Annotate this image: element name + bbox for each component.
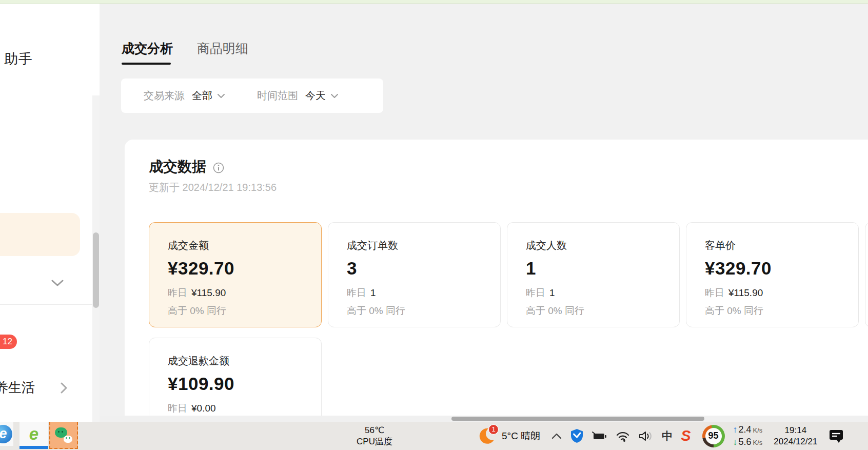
stat-peer-compare: 高于 0% 同行 xyxy=(705,304,840,318)
filter-trade-source[interactable]: 交易来源 全部 xyxy=(144,89,225,103)
sidebar-selected-item[interactable] xyxy=(0,213,80,256)
filter-value: 今天 xyxy=(305,89,326,103)
sidebar-app-label: 助手 xyxy=(4,50,33,68)
stat-value: ¥109.90 xyxy=(168,374,303,394)
stat-yesterday: 昨日¥0.00 xyxy=(168,402,303,415)
active-tab-underline xyxy=(122,63,171,65)
updated-timestamp: 更新于 2024/12/21 19:13:56 xyxy=(149,181,277,194)
tab-product-detail[interactable]: 商品明细 xyxy=(197,40,248,57)
stat-card-avg-order-value[interactable]: 客单价 ¥329.70 昨日¥115.90 高于 0% 同行 xyxy=(686,222,859,327)
stat-card-buyer-count[interactable]: 成交人数 1 昨日1 高于 0% 同行 xyxy=(507,222,680,327)
stat-card-refund-amount[interactable]: 成交退款金额 ¥109.90 昨日¥0.00 高于 0% 同行 xyxy=(149,338,322,416)
notification-badge: 12 xyxy=(0,335,17,349)
panel-title: 成交数据 xyxy=(149,157,206,177)
stat-peer-compare: 高于 0% 同行 xyxy=(347,304,482,318)
taskbar-green-browser-button[interactable]: e xyxy=(19,422,48,446)
tab-deal-analysis[interactable]: 成交分析 xyxy=(122,40,173,57)
taskbar-clock[interactable]: 19:14 2024/12/21 xyxy=(774,425,817,447)
network-speed-widget[interactable]: ↑2.4K/s ↓5.6K/s xyxy=(733,424,763,448)
filter-time-range[interactable]: 时间范围 今天 xyxy=(257,89,339,103)
chevron-down-icon xyxy=(217,93,225,99)
stat-title: 成交退款金额 xyxy=(168,354,303,368)
clock-time: 19:14 xyxy=(785,425,807,436)
active-app-indicator xyxy=(19,446,48,449)
sogou-input-icon[interactable]: S xyxy=(681,427,691,444)
taskbar-wechat-button[interactable] xyxy=(49,422,78,449)
green-browser-icon: e xyxy=(29,424,38,444)
upload-arrow-icon: ↑ xyxy=(733,424,738,435)
cpu-temp-value: 56℃ xyxy=(365,425,384,436)
taskbar-ie-browser-button[interactable]: e xyxy=(0,422,13,446)
cpu-temperature-widget: 56℃ CPU温度 xyxy=(331,422,418,450)
filter-label: 交易来源 xyxy=(144,89,185,103)
horizontal-scrollbar-thumb[interactable] xyxy=(451,417,704,421)
stat-title: 成交订单数 xyxy=(347,239,482,252)
stat-title: 客单价 xyxy=(705,239,840,252)
filter-label: 时间范围 xyxy=(257,89,298,103)
stat-peer-compare: 高于 0% 同行 xyxy=(168,304,303,318)
chevron-down-icon xyxy=(330,93,339,99)
weather-widget[interactable]: 1 5°C 晴朗 xyxy=(477,427,540,445)
weather-text: 5°C 晴朗 xyxy=(502,429,540,443)
stat-card-partial[interactable] xyxy=(865,222,868,327)
upload-speed: 2.4 xyxy=(739,424,752,435)
clock-date: 2024/12/21 xyxy=(774,436,817,447)
stat-yesterday: 昨日¥115.90 xyxy=(168,286,303,300)
stat-card-order-count[interactable]: 成交订单数 3 昨日1 高于 0% 同行 xyxy=(328,222,501,327)
filter-bar: 交易来源 全部 时间范围 今天 xyxy=(121,79,383,113)
stat-value: ¥329.70 xyxy=(168,258,303,279)
horizontal-scrollbar-track[interactable] xyxy=(100,416,868,422)
sidebar-divider xyxy=(0,304,92,305)
ime-language-indicator[interactable]: 中 xyxy=(662,429,673,443)
battery-icon[interactable] xyxy=(592,431,607,441)
gauge-value: 95 xyxy=(705,428,722,444)
chevron-right-icon xyxy=(61,382,68,394)
deal-data-panel: 成交数据 更新于 2024/12/21 19:13:56 成交金额 ¥329.7… xyxy=(125,140,868,416)
download-speed: 5.6 xyxy=(739,436,752,447)
stat-peer-compare: 高于 0% 同行 xyxy=(526,304,661,318)
weather-badge: 1 xyxy=(488,424,499,435)
sidebar: 助手 12 养生活 xyxy=(0,4,100,422)
stat-card-deal-amount[interactable]: 成交金额 ¥329.70 昨日¥115.90 高于 0% 同行 xyxy=(149,222,322,327)
stat-value: 3 xyxy=(347,258,482,279)
info-icon[interactable] xyxy=(213,162,224,173)
moon-weather-icon: 1 xyxy=(477,427,497,445)
sidebar-item-label: 养生活 xyxy=(0,379,35,397)
sidebar-scrollbar-track[interactable] xyxy=(92,95,100,422)
wechat-icon xyxy=(55,427,72,443)
stat-yesterday: 昨日1 xyxy=(526,286,661,300)
stat-title: 成交金额 xyxy=(168,239,303,252)
notification-center-icon[interactable] xyxy=(828,429,844,443)
ie-browser-icon: e xyxy=(0,425,12,443)
filter-value: 全部 xyxy=(192,89,212,103)
tab-bar: 成交分析 商品明细 xyxy=(122,40,248,57)
chevron-down-icon[interactable] xyxy=(51,280,64,289)
window-top-strip xyxy=(0,0,868,4)
cpu-temp-label: CPU温度 xyxy=(357,436,392,447)
security-shield-icon[interactable] xyxy=(570,428,584,443)
wifi-icon[interactable] xyxy=(616,431,630,442)
show-hidden-icons-chevron[interactable] xyxy=(551,433,562,439)
windows-taskbar: e e 56℃ CPU温度 1 5°C 晴朗 xyxy=(0,422,868,450)
stat-yesterday: 昨日¥115.90 xyxy=(705,286,840,300)
download-arrow-icon: ↓ xyxy=(733,436,738,447)
sidebar-scrollbar-thumb[interactable] xyxy=(93,232,99,308)
stat-value: 1 xyxy=(526,258,661,279)
stat-yesterday: 昨日1 xyxy=(347,286,482,300)
sidebar-item-life[interactable]: 养生活 xyxy=(0,379,72,397)
stat-value: ¥329.70 xyxy=(705,258,840,279)
speaker-icon[interactable] xyxy=(638,430,654,442)
stat-title: 成交人数 xyxy=(526,239,661,252)
score-gauge[interactable]: 95 xyxy=(702,425,725,447)
